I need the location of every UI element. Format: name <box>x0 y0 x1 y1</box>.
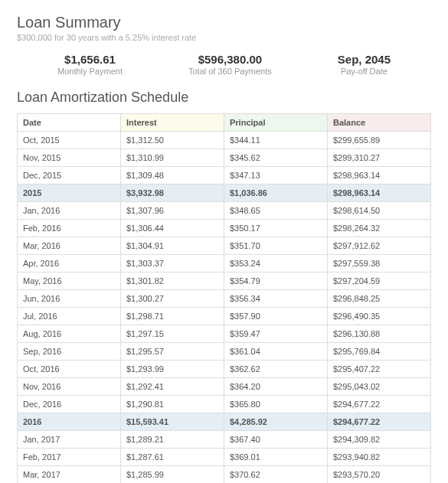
cell-balance: $296,490.35 <box>328 308 431 325</box>
cell-balance: $297,204.59 <box>328 273 431 290</box>
cell-date: Feb, 2016 <box>18 220 121 237</box>
cell-date: May, 2016 <box>18 273 121 290</box>
table-row: Jul, 2016$1,298.71$357.90$296,490.35 <box>18 308 431 325</box>
table-row: Nov, 2016$1,292.41$364.20$295,043.02 <box>18 378 431 396</box>
cell-balance: $295,769.84 <box>328 343 431 361</box>
cell-interest: $1,303.37 <box>121 255 224 273</box>
table-summary-row: 2015$3,932.98$1,036.86$298,963.14 <box>18 184 431 202</box>
metric-value: Sep, 2045 <box>338 53 391 66</box>
cell-interest: $1,287.61 <box>121 449 224 466</box>
cell-balance: $294,677.22 <box>328 413 431 431</box>
table-header-row: Date Interest Principal Balance <box>18 114 431 132</box>
table-row: Sep, 2016$1,295.57$361.04$295,769.84 <box>18 343 431 361</box>
cell-principal: $351.70 <box>224 237 328 255</box>
metric-value: $1,656.61 <box>57 53 123 66</box>
table-row: Mar, 2016$1,304.91$351.70$297,912.62 <box>18 237 431 255</box>
cell-interest: $1,298.71 <box>121 308 224 325</box>
cell-interest: $1,289.21 <box>121 431 224 449</box>
schedule-title: Loan Amortization Schedule <box>17 90 431 106</box>
cell-interest: $1,297.15 <box>121 325 224 343</box>
table-row: Nov, 2015$1,310.99$345.62$299,310.27 <box>18 149 431 167</box>
page-title: Loan Summary <box>17 14 431 31</box>
cell-principal: $370.62 <box>224 466 328 484</box>
col-balance: Balance <box>328 114 431 132</box>
cell-principal: $4,285.92 <box>224 413 328 431</box>
cell-principal: $369.01 <box>224 449 328 466</box>
cell-balance: $295,407.22 <box>328 361 431 378</box>
cell-principal: $367.40 <box>224 431 328 449</box>
table-row: Jan, 2017$1,289.21$367.40$294,309.82 <box>18 431 431 449</box>
table-row: Feb, 2017$1,287.61$369.01$293,940.82 <box>18 449 431 466</box>
cell-balance: $299,655.89 <box>328 132 431 149</box>
cell-interest: $1,290.81 <box>121 396 224 413</box>
table-row: May, 2016$1,301.82$354.79$297,204.59 <box>18 273 431 290</box>
cell-balance: $297,559.38 <box>328 255 431 273</box>
cell-balance: $296,130.88 <box>328 325 431 343</box>
cell-principal: $344.11 <box>224 132 328 149</box>
cell-interest: $1,304.91 <box>121 237 224 255</box>
cell-date: Mar, 2016 <box>18 237 121 255</box>
cell-principal: $364.20 <box>224 378 328 396</box>
cell-balance: $298,963.14 <box>328 184 431 202</box>
table-row: Jan, 2016$1,307.96$348.65$298,614.50 <box>18 202 431 220</box>
cell-date: Dec, 2015 <box>18 167 121 184</box>
cell-date: Nov, 2015 <box>18 149 121 167</box>
cell-principal: $362.62 <box>224 361 328 378</box>
cell-balance: $298,963.14 <box>328 167 431 184</box>
cell-date: Mar, 2017 <box>18 466 121 484</box>
cell-principal: $347.13 <box>224 167 328 184</box>
cell-principal: $357.90 <box>224 308 328 325</box>
cell-date: Oct, 2015 <box>18 132 121 149</box>
table-row: Oct, 2016$1,293.99$362.62$295,407.22 <box>18 361 431 378</box>
cell-principal: $354.79 <box>224 273 328 290</box>
table-row: Jun, 2016$1,300.27$356.34$296,848.25 <box>18 290 431 308</box>
cell-date: Feb, 2017 <box>18 449 121 466</box>
metric-total-payments: $596,380.00 Total of 360 Payments <box>188 53 272 76</box>
cell-principal: $350.17 <box>224 220 328 237</box>
cell-balance: $293,940.82 <box>328 449 431 466</box>
cell-interest: $1,307.96 <box>121 202 224 220</box>
cell-date: Jan, 2017 <box>18 431 121 449</box>
metric-label: Pay-off Date <box>338 67 391 76</box>
table-summary-row: 2016$15,593.41$4,285.92$294,677.22 <box>18 413 431 431</box>
metric-label: Monthly Payment <box>57 67 123 76</box>
col-date: Date <box>18 114 121 132</box>
cell-interest: $1,293.99 <box>121 361 224 378</box>
metric-label: Total of 360 Payments <box>188 67 272 76</box>
table-row: Oct, 2015$1,312.50$344.11$299,655.89 <box>18 132 431 149</box>
table-row: Feb, 2016$1,306.44$350.17$298,264.32 <box>18 220 431 237</box>
cell-principal: $361.04 <box>224 343 328 361</box>
cell-principal: $1,036.86 <box>224 184 328 202</box>
metric-value: $596,380.00 <box>188 53 272 66</box>
col-interest: Interest <box>121 114 224 132</box>
cell-date: Oct, 2016 <box>18 361 121 378</box>
cell-interest: $1,306.44 <box>121 220 224 237</box>
table-row: Mar, 2017$1,285.99$370.62$293,570.20 <box>18 466 431 484</box>
cell-balance: $294,677.22 <box>328 396 431 413</box>
cell-date: Jan, 2016 <box>18 202 121 220</box>
table-row: Aug, 2016$1,297.15$359.47$296,130.88 <box>18 325 431 343</box>
cell-balance: $297,912.62 <box>328 237 431 255</box>
cell-interest: $1,295.57 <box>121 343 224 361</box>
cell-date: Aug, 2016 <box>18 325 121 343</box>
cell-balance: $298,614.50 <box>328 202 431 220</box>
cell-principal: $365.80 <box>224 396 328 413</box>
cell-balance: $293,570.20 <box>328 466 431 484</box>
cell-date: 2015 <box>18 184 121 202</box>
cell-balance: $294,309.82 <box>328 431 431 449</box>
cell-interest: $1,300.27 <box>121 290 224 308</box>
cell-date: Sep, 2016 <box>18 343 121 361</box>
cell-balance: $298,264.32 <box>328 220 431 237</box>
metric-payoff-date: Sep, 2045 Pay-off Date <box>338 53 391 76</box>
cell-interest: $1,309.48 <box>121 167 224 184</box>
cell-interest: $1,310.99 <box>121 149 224 167</box>
cell-date: Nov, 2016 <box>18 378 121 396</box>
table-row: Dec, 2016$1,290.81$365.80$294,677.22 <box>18 396 431 413</box>
cell-interest: $1,301.82 <box>121 273 224 290</box>
cell-principal: $345.62 <box>224 149 328 167</box>
page-subtitle: $300,000 for 30 years with a 5.25% inter… <box>17 33 431 42</box>
cell-interest: $3,932.98 <box>121 184 224 202</box>
cell-balance: $299,310.27 <box>328 149 431 167</box>
cell-date: Dec, 2016 <box>18 396 121 413</box>
cell-balance: $296,848.25 <box>328 290 431 308</box>
